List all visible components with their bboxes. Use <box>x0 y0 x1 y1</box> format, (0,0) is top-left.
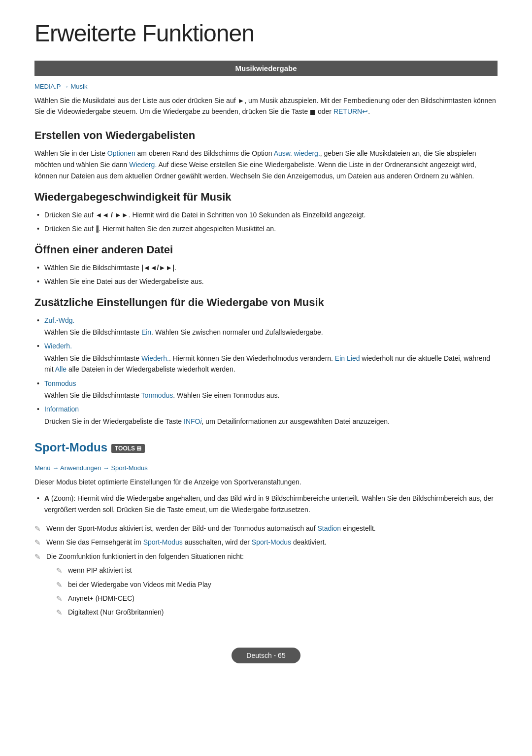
sport-title-row: Sport-Modus TOOLS ⊞ <box>34 437 498 460</box>
zoom-restrictions: wenn PIP aktiviert ist bei der Wiedergab… <box>56 565 498 618</box>
list-item-tonmodus: Tonmodus Wählen Sie die Bildschirmtaste … <box>34 378 498 401</box>
zoom-restrict-media: bei der Wiedergabe von Videos mit Media … <box>56 579 498 590</box>
tools-icon: ⊞ <box>136 445 141 452</box>
list-geschwindigkeit: Drücken Sie auf ◄◄ / ►►. Hiermit wird di… <box>34 209 498 235</box>
section-oeffnen: Öffnen einer anderen Datei Wählen Sie di… <box>34 243 498 287</box>
page-footer: Deutsch - 65 <box>34 643 498 668</box>
intro-text: Wählen Sie die Musikdatei aus der Liste … <box>34 95 498 117</box>
note-item-zoom-restrict: Die Zoomfunktion funktioniert in den fol… <box>34 551 498 618</box>
text-tonmodus: Wählen Sie die Bildschirmtaste Tonmodus.… <box>44 390 498 401</box>
heading-geschwindigkeit: Wiedergabegeschwindigkeit für Musik <box>34 191 498 204</box>
list-item: Wählen Sie eine Datei aus der Wiedergabe… <box>34 276 498 287</box>
list-item: Wählen Sie die Bildschirmtaste |◄◄/►►|. <box>34 262 498 273</box>
list-item: Drücken Sie auf ◄◄ / ►►. Hiermit wird di… <box>34 209 498 220</box>
list-item-wiederh: Wiederh. Wählen Sie die Bildschirmtaste … <box>34 341 498 375</box>
text-erstellen: Wählen Sie in der Liste Optionen am ober… <box>34 148 498 182</box>
section-erstellen: Erstellen von Wiedergabelisten Wählen Si… <box>34 129 498 182</box>
list-oeffnen: Wählen Sie die Bildschirmtaste |◄◄/►►|. … <box>34 262 498 287</box>
sport-intro: Dieser Modus bietet optimierte Einstellu… <box>34 477 498 488</box>
label-tonmodus: Tonmodus <box>44 379 76 387</box>
list-item-zoom: A (Zoom): Hiermit wird die Wiedergabe an… <box>34 493 498 515</box>
breadcrumb-musik: MEDIA.P → Musik <box>34 83 498 90</box>
wiederg-link: Wiederg. <box>129 161 157 169</box>
stop-icon <box>310 110 315 115</box>
return-link: RETURN↩ <box>333 107 368 115</box>
sport-notes: Wenn der Sport-Modus aktiviert ist, werd… <box>34 523 498 618</box>
zoom-restrict-digital: Digitaltext (Nur Großbritannien) <box>56 607 498 618</box>
heading-oeffnen: Öffnen einer anderen Datei <box>34 243 498 256</box>
list-item-information: Information Drücken Sie in der Wiedergab… <box>34 404 498 427</box>
zoom-restrict-pip: wenn PIP aktiviert ist <box>56 565 498 576</box>
section-sport-modus: Sport-Modus TOOLS ⊞ Menü → Anwendungen →… <box>34 437 498 618</box>
optionen-link: Optionen <box>107 149 135 157</box>
breadcrumb-sport: Menü → Anwendungen → Sport-Modus <box>34 464 498 472</box>
list-item: Drücken Sie auf ‖. Hiermit halten Sie de… <box>34 223 498 234</box>
heading-zusaetzlich: Zusätzliche Einstellungen für die Wieder… <box>34 296 498 309</box>
section-geschwindigkeit: Wiedergabegeschwindigkeit für Musik Drüc… <box>34 191 498 235</box>
ausw-link: Ausw. wiederg. <box>274 149 320 157</box>
sport-zoom-list: A (Zoom): Hiermit wird die Wiedergabe an… <box>34 493 498 515</box>
note-item-deaktiviert: Wenn Sie das Fernsehgerät im Sport-Modus… <box>34 537 498 548</box>
heading-sport-modus: Sport-Modus <box>34 441 107 454</box>
note-item-stadion: Wenn der Sport-Modus aktiviert ist, werd… <box>34 523 498 534</box>
musikwiedergabe-header: Musikwiedergabe <box>34 61 498 76</box>
text-information: Drücken Sie in der Wiedergabeliste die T… <box>44 416 498 427</box>
heading-erstellen: Erstellen von Wiedergabelisten <box>34 129 498 142</box>
section-zusaetzlich: Zusätzliche Einstellungen für die Wieder… <box>34 296 498 427</box>
footer-page-number: Deutsch - 65 <box>232 648 300 663</box>
tools-badge: TOOLS ⊞ <box>111 444 145 453</box>
label-information: Information <box>44 405 79 413</box>
text-wiederh: Wählen Sie die Bildschirmtaste Wiederh..… <box>44 353 498 375</box>
zoom-text: (Zoom): Hiermit wird die Wiedergabe ange… <box>44 494 494 513</box>
list-zusaetzlich: Zuf.-Wdg. Wählen Sie die Bildschirmtaste… <box>34 315 498 427</box>
label-zuf: Zuf.-Wdg. <box>44 316 74 324</box>
label-wiederh: Wiederh. <box>44 342 72 350</box>
page-title: Erweiterte Funktionen <box>34 20 498 47</box>
text-zuf: Wählen Sie die Bildschirmtaste Ein. Wähl… <box>44 327 498 338</box>
list-item-zuf: Zuf.-Wdg. Wählen Sie die Bildschirmtaste… <box>34 315 498 338</box>
zoom-restrict-anynet: Anynet+ (HDMI-CEC) <box>56 593 498 604</box>
